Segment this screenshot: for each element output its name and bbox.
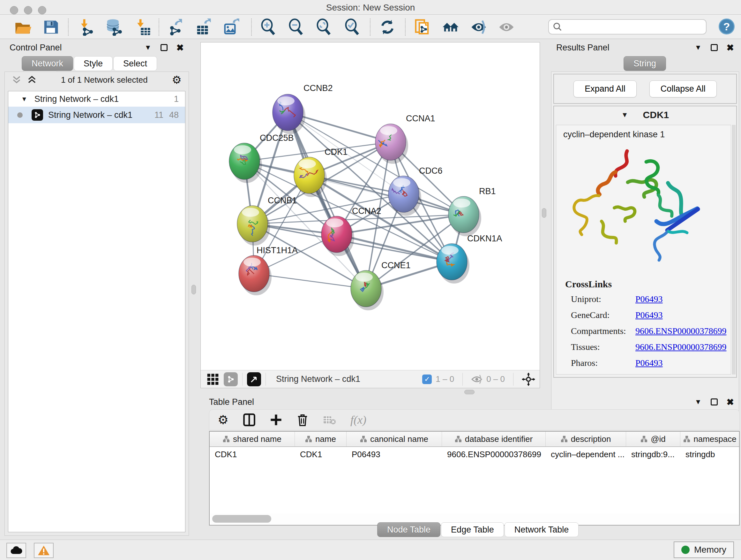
fit-crosshair-icon[interactable] (522, 373, 535, 386)
table-row[interactable]: CDK1CDK1P064939606.ENSP00000378699cyclin… (210, 447, 739, 462)
zoom-out-button[interactable] (287, 18, 306, 37)
tab-node-table[interactable]: Node Table (377, 522, 441, 537)
network-node-CCNB1[interactable]: CCNB1 (237, 196, 297, 246)
memory-button[interactable]: Memory (674, 542, 734, 558)
panel-float-icon[interactable] (160, 44, 167, 51)
expand-all-chevron-icon[interactable] (12, 76, 21, 84)
zoom-in-button[interactable] (259, 18, 278, 37)
crosslink-value-link[interactable]: P06493 (635, 310, 663, 320)
status-bar: Memory (0, 540, 741, 560)
eye-icon (498, 18, 515, 36)
table-cell[interactable]: CDK1 (295, 447, 347, 462)
network-options-gear-icon[interactable]: ⚙ (172, 74, 182, 85)
crosslink-value-link[interactable]: P06493 (635, 358, 663, 368)
show-columns-icon[interactable] (243, 414, 255, 426)
table-cell[interactable]: P06493 (347, 447, 442, 462)
network-edge-CCNB2-CCNE1[interactable] (288, 112, 366, 289)
birds-eye-view-icon[interactable] (247, 372, 261, 386)
collapse-all-button[interactable]: Collapse All (650, 80, 717, 98)
crosslink-value-link[interactable]: 9606.ENSP00000378699 (635, 342, 726, 352)
splitter-handle-left[interactable] (192, 285, 196, 294)
add-column-icon[interactable] (270, 414, 282, 426)
tab-style[interactable]: Style (74, 56, 113, 71)
refresh-layout-button[interactable] (378, 18, 397, 37)
column-header[interactable]: name (295, 432, 347, 446)
splitter-handle-right[interactable] (542, 208, 546, 218)
show-eye-button[interactable] (497, 18, 516, 37)
network-node-HIST1H1A[interactable]: HIST1H1A (239, 246, 298, 295)
network-graph[interactable]: CCNB2CCNA1CDC25BCDK1CDC6RB1CCNB1CCNA2CDK… (201, 43, 540, 370)
crosslink-value-link[interactable]: 9606.ENSP00000378699 (635, 326, 726, 336)
panel-float-icon[interactable] (711, 398, 718, 406)
column-header[interactable]: @id (626, 432, 680, 446)
collection-expander-icon[interactable]: ▼ (21, 96, 27, 103)
tab-edge-table[interactable]: Edge Table (441, 522, 504, 537)
open-session-button[interactable] (13, 18, 32, 37)
crosslinks-block: CrossLinks Uniprot:P06493GeneCard:P06493… (556, 279, 731, 368)
network-row-selected[interactable]: String Network – cdk1 11 48 (8, 107, 185, 123)
tab-network-table[interactable]: Network Table (504, 522, 579, 537)
export-table-button[interactable] (194, 18, 213, 37)
panel-close-icon[interactable]: ✖ (727, 397, 734, 408)
panel-float-icon[interactable] (711, 44, 718, 51)
toolbar-search[interactable] (548, 19, 706, 35)
column-header[interactable]: shared name (210, 432, 295, 446)
column-header[interactable]: description (546, 432, 626, 446)
crosslink-row: Pharos:P06493 (565, 358, 731, 368)
function-builder-icon: f(x) (350, 413, 366, 427)
panel-menu-icon[interactable]: ▼ (695, 398, 702, 406)
tab-network[interactable]: Network (22, 56, 73, 71)
section-collapse-icon[interactable]: ▼ (621, 111, 628, 119)
clone-network-button[interactable] (413, 18, 431, 37)
results-scrollbar[interactable] (732, 125, 736, 374)
zoom-fit-button[interactable] (315, 18, 333, 37)
table-cell[interactable]: cyclin–dependent ... (546, 447, 626, 462)
network-node-CDKN1A[interactable]: CDKN1A (436, 234, 502, 284)
panel-close-icon[interactable]: ✖ (727, 43, 734, 53)
network-share-view-icon[interactable] (224, 372, 238, 386)
table-cell[interactable]: stringdb (680, 447, 740, 462)
table-hscrollbar-thumb[interactable] (212, 515, 271, 523)
search-input[interactable] (562, 22, 696, 32)
import-network-file-button[interactable] (77, 18, 96, 37)
network-node-count: 11 (154, 110, 163, 120)
export-image-button[interactable] (222, 18, 241, 37)
toolbar-separator (405, 18, 406, 36)
help-button[interactable]: ? (719, 18, 735, 35)
splitter-handle-bottom[interactable] (464, 390, 475, 394)
zoom-selected-button[interactable] (343, 18, 361, 37)
table-settings-gear-icon[interactable]: ⚙ (218, 414, 228, 426)
table-cell[interactable]: 9606.ENSP00000378699 (442, 447, 546, 462)
table-cell[interactable]: CDK1 (210, 447, 295, 462)
cloud-status-button[interactable] (6, 543, 26, 558)
warnings-button[interactable] (34, 543, 54, 558)
tab-string[interactable]: String (623, 56, 666, 71)
column-type-icon (561, 435, 568, 442)
network-node-RB1[interactable]: RB1 (448, 186, 496, 236)
panel-menu-icon[interactable]: ▼ (145, 44, 151, 52)
network-collection-row[interactable]: ▼ String Network – cdk1 1 (8, 91, 185, 107)
delete-column-trash-icon[interactable] (297, 414, 308, 426)
column-header[interactable]: namespace (680, 432, 740, 446)
grid-view-icon[interactable] (206, 373, 219, 386)
collapse-all-chevron-icon[interactable] (27, 76, 37, 84)
tab-select[interactable]: Select (113, 56, 157, 71)
zoom-selected-icon (344, 18, 361, 36)
selected-checkbox-icon[interactable]: ✓ (422, 374, 432, 384)
import-network-database-button[interactable] (105, 18, 123, 37)
houses-button[interactable] (441, 18, 460, 37)
network-node-CCNE1[interactable]: CCNE1 (351, 260, 411, 310)
table-cell[interactable]: stringdb:9... (626, 447, 680, 462)
crosslink-value-link[interactable]: P06493 (635, 294, 663, 304)
panel-close-icon[interactable]: ✖ (177, 43, 184, 53)
save-session-button[interactable] (42, 18, 60, 37)
hide-unhide-button[interactable] (469, 18, 488, 37)
panel-menu-icon[interactable]: ▼ (695, 44, 702, 52)
expand-all-button[interactable]: Expand All (574, 80, 636, 98)
import-table-button[interactable] (134, 18, 152, 37)
network-node-CDC6[interactable]: CDC6 (388, 166, 443, 216)
export-network-button[interactable] (166, 18, 185, 37)
network-node-CCNA1[interactable]: CCNA1 (375, 114, 435, 164)
column-header[interactable]: canonical name (347, 432, 442, 446)
column-header[interactable]: database identifier (442, 432, 546, 446)
